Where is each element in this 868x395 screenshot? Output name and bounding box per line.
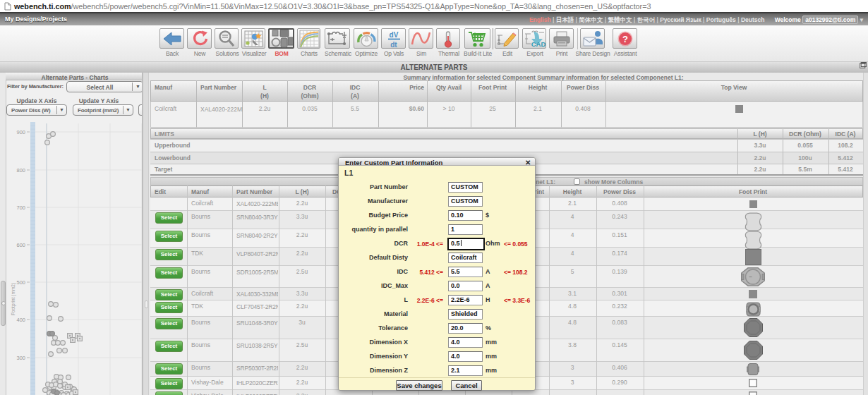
svg-text:900: 900 xyxy=(16,129,25,135)
svg-text:dV: dV xyxy=(390,31,399,39)
svg-text:500: 500 xyxy=(16,279,25,286)
svg-text:700: 700 xyxy=(16,205,25,211)
svg-text:?: ? xyxy=(622,34,628,44)
svg-text:400: 400 xyxy=(16,317,25,323)
svg-text:dt: dt xyxy=(390,41,397,48)
svg-text:300: 300 xyxy=(16,355,25,361)
svg-text:800: 800 xyxy=(16,167,25,174)
svg-text:CAD: CAD xyxy=(531,40,545,48)
svg-text:600: 600 xyxy=(16,242,25,248)
